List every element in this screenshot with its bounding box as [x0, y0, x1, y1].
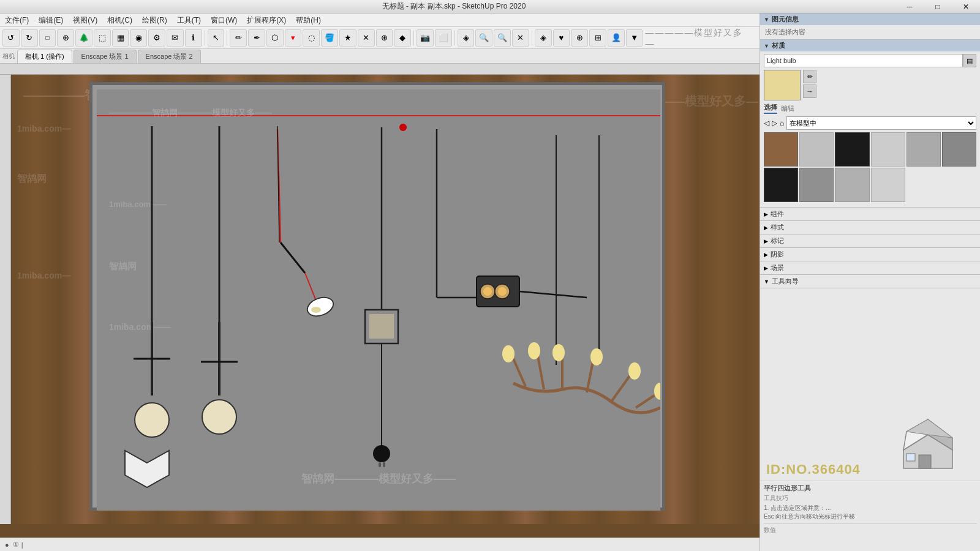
menu-tools[interactable]: 工具(T)	[172, 13, 206, 27]
shadows-label: 阴影	[771, 250, 784, 259]
viewport[interactable]: —————智鸪网————模型好又多—— 1miba.com— 智鸪网 智鸪网——…	[11, 75, 760, 524]
camera-button[interactable]: 📷	[417, 29, 434, 47]
swatch-medgray[interactable]	[907, 132, 941, 167]
toolbar: ↺ ↻ □ ⊕ 🌲 ⬚ ▦ ◉ ⚙ ✉ ℹ ↖ ✏ ✒ ⬡ ▾ ◌ 🪣 ★ ✕ …	[0, 27, 760, 49]
select-button[interactable]: ↖	[208, 29, 225, 47]
dropdown-arrow[interactable]: ▼	[626, 29, 643, 47]
diamond2-button[interactable]: ◈	[535, 29, 552, 47]
components-section[interactable]: ▶ 组件	[760, 208, 980, 221]
shadows-section[interactable]: ▶ 阴影	[760, 248, 980, 261]
frame-button[interactable]: ⬜	[435, 29, 452, 47]
new-button[interactable]: □	[39, 29, 56, 47]
mat-right-arrow[interactable]: ▷	[772, 119, 777, 127]
pencil-button[interactable]: ✏	[230, 29, 247, 47]
close-x-button[interactable]: ✕	[358, 29, 375, 47]
tree-button[interactable]: 🌲	[75, 29, 92, 47]
swatch-gray2[interactable]	[799, 168, 834, 202]
bottom-info-panel: 平行四边形工具 工具技巧 1. 点击选定区域并意：... Esc 向往意方向移动…	[760, 481, 980, 551]
materials-header[interactable]: ▼ 材质	[760, 40, 980, 51]
bucket-button[interactable]: 🪣	[321, 29, 338, 47]
tab-enscape1[interactable]: Enscape 场景 1	[74, 50, 137, 63]
svg-point-3	[135, 403, 169, 437]
swatch-gray3[interactable]	[835, 168, 869, 202]
diamond-button[interactable]: ◆	[394, 29, 411, 47]
menu-camera[interactable]: 相机(C)	[102, 13, 137, 27]
grid-button[interactable]: ⊞	[589, 29, 606, 47]
swatch-gray4[interactable]	[871, 168, 905, 202]
expand-tri-1: ▶	[764, 211, 768, 217]
swatch-wood[interactable]	[764, 132, 798, 167]
mat-left-arrow[interactable]: ◁	[764, 119, 769, 127]
mat-arrow-btn[interactable]: →	[803, 84, 816, 98]
close-button[interactable]: ✕	[952, 0, 980, 13]
circle-button[interactable]: ◉	[130, 29, 147, 47]
add2-button[interactable]: ⊕	[571, 29, 588, 47]
orbit-button[interactable]: ◈	[458, 29, 475, 47]
tab-enscape2[interactable]: Enscape 场景 2	[138, 50, 201, 63]
styles-section[interactable]: ▶ 样式	[760, 221, 980, 234]
zoomx-button[interactable]: ✕	[512, 29, 529, 47]
eraser-button[interactable]: ◌	[303, 29, 320, 47]
hex-button[interactable]: ⬡	[266, 29, 284, 47]
svg-point-13	[305, 294, 336, 319]
mat-preview-swatch[interactable]	[764, 70, 801, 100]
heart-button[interactable]: ♥	[553, 29, 570, 47]
maximize-button[interactable]: □	[924, 0, 952, 13]
cube-button[interactable]: ⬚	[94, 29, 111, 47]
swatch-black[interactable]	[835, 132, 869, 167]
swatch-darkgray[interactable]	[942, 132, 976, 167]
menu-edit[interactable]: 编辑(E)	[34, 13, 68, 27]
swatch-lightgray[interactable]	[871, 132, 905, 167]
svg-rect-21	[383, 462, 385, 467]
svg-rect-20	[379, 462, 381, 467]
menu-window[interactable]: 窗口(W)	[206, 13, 242, 27]
pencil2-button[interactable]: ✒	[248, 29, 265, 47]
menu-draw[interactable]: 绘图(R)	[137, 13, 172, 27]
mat-preview-row: ✏ →	[764, 70, 976, 100]
mat-sample-btn[interactable]: ▤	[963, 54, 976, 67]
model-id: ID:NO.366404	[766, 462, 974, 478]
tools-guide-section[interactable]: ▼ 工具向导	[760, 275, 980, 288]
settings-button[interactable]: ⚙	[148, 29, 165, 47]
info-button[interactable]: ℹ	[185, 29, 202, 47]
tags-section[interactable]: ▶ 标记	[760, 234, 980, 248]
svg-line-34	[538, 356, 544, 389]
zoom2-button[interactable]: 🔍	[494, 29, 511, 47]
tip-line-1: 1. 点击选定区域并意：...	[764, 504, 977, 512]
expand-tri-3: ▶	[764, 238, 768, 244]
tab-camera1[interactable]: 相机 1 (操作)	[17, 50, 72, 63]
swatch-black2[interactable]	[764, 168, 798, 202]
redo-button[interactable]: ↻	[21, 29, 38, 47]
menu-file[interactable]: 文件(F)	[0, 13, 34, 27]
person-button[interactable]: 👤	[608, 29, 625, 47]
mat-home-icon[interactable]: ⌂	[780, 119, 784, 127]
components-label: 组件	[771, 209, 784, 219]
svg-point-8	[202, 400, 236, 434]
add-button[interactable]: ⊕	[57, 29, 74, 47]
mat-edit-btn[interactable]: ✏	[803, 70, 816, 83]
zoom-button[interactable]: 🔍	[475, 29, 492, 47]
expand-arrow-1: ▼	[764, 17, 769, 23]
mail-button[interactable]: ✉	[167, 29, 184, 47]
mat-edit-tab[interactable]: 编辑	[781, 104, 794, 113]
separator-5	[532, 31, 532, 45]
menu-extensions[interactable]: 扩展程序(X)	[242, 13, 291, 27]
minimize-button[interactable]: ─	[895, 0, 924, 13]
swatch-gray1[interactable]	[799, 132, 834, 167]
arrow-button[interactable]: ▾	[285, 29, 302, 47]
inner-scene[interactable]: —————智鸪网————模型好又多—— 1miba.com—— 智鸪网 1mib…	[97, 89, 660, 511]
menu-view[interactable]: 视图(V)	[68, 13, 102, 27]
scenes-section[interactable]: ▶ 场景	[760, 261, 980, 275]
element-info-content: 没有选择内容	[760, 25, 980, 39]
material-name-input[interactable]	[764, 54, 963, 67]
mat-select-tab[interactable]: 选择	[764, 103, 777, 114]
plus-button[interactable]: ⊕	[376, 29, 393, 47]
element-info-header[interactable]: ▼ 图元信息	[760, 13, 980, 25]
menu-help[interactable]: 帮助(H)	[291, 13, 326, 27]
tags-label: 标记	[771, 236, 784, 246]
texture-button[interactable]: ▦	[112, 29, 129, 47]
in-model-select[interactable]: 在模型中	[786, 116, 976, 130]
undo-button[interactable]: ↺	[2, 29, 20, 47]
star-button[interactable]: ★	[339, 29, 356, 47]
scenes-label: 场景	[771, 263, 784, 272]
